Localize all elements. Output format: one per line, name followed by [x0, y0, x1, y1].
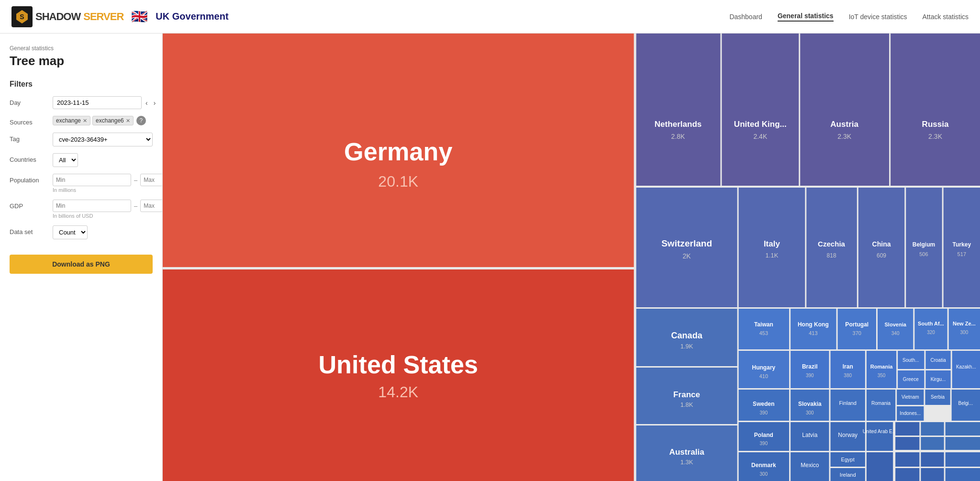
austria-tile[interactable]	[800, 34, 889, 186]
germany-value: 20.1K	[378, 173, 419, 190]
romania-value: 350	[878, 373, 886, 378]
logo-shadow-text: SHADOW	[35, 11, 80, 23]
population-filter-row: Population – In millions	[10, 174, 153, 193]
italy-label: Italy	[764, 239, 780, 248]
denmark-value: 300	[760, 471, 768, 477]
micro11-tile[interactable]	[895, 468, 919, 481]
uk-tile[interactable]	[722, 34, 799, 186]
gdp-min-input[interactable]	[53, 200, 131, 212]
sweden-label: Sweden	[753, 401, 775, 407]
micro3-tile[interactable]	[946, 422, 980, 436]
uk-label: United King...	[734, 120, 787, 129]
russia-tile[interactable]	[891, 34, 980, 186]
austria-label: Austria	[830, 120, 858, 129]
day-input[interactable]	[53, 96, 142, 109]
serbia-label: Serbia	[931, 394, 945, 400]
source-tag-exchange6: exchange6 ✕	[92, 116, 134, 125]
portugal-tile[interactable]	[838, 309, 876, 349]
micro1-tile[interactable]	[895, 422, 919, 436]
poland-value: 390	[760, 441, 768, 446]
iran-label: Iran	[843, 363, 853, 370]
tag-filter-row: Tag cve-2023-36439+	[10, 133, 153, 146]
gdp-control: – In billions of USD	[53, 200, 163, 219]
micro9-tile[interactable]	[921, 452, 944, 467]
countries-filter-row: Countries All	[10, 153, 153, 167]
micro12-tile[interactable]	[921, 468, 944, 481]
day-label: Day	[10, 96, 48, 106]
source-tag-exchange6-remove[interactable]: ✕	[126, 118, 130, 124]
nav-dashboard[interactable]: Dashboard	[729, 13, 762, 21]
newze-tile[interactable]	[949, 309, 980, 349]
hongkong-tile[interactable]	[791, 309, 836, 349]
portugal-label: Portugal	[845, 321, 869, 328]
population-max-input[interactable]	[140, 174, 163, 186]
taiwan-value: 453	[759, 330, 768, 336]
south2-label: South...	[902, 358, 919, 363]
russia-value: 2.3K	[928, 133, 943, 140]
belgium-label: Belgium	[913, 241, 935, 248]
taiwan-tile[interactable]	[739, 309, 789, 349]
southaf-tile[interactable]	[914, 309, 947, 349]
dataset-label: Data set	[10, 225, 48, 235]
dataset-select[interactable]: Count	[53, 225, 88, 239]
usa-value: 14.2K	[378, 383, 419, 401]
svg-text:S: S	[20, 13, 24, 21]
vietnam-label: Vietnam	[902, 394, 919, 400]
population-control: – In millions	[53, 174, 163, 193]
micro10-tile[interactable]	[946, 452, 980, 467]
gdp-hint: In billions of USD	[53, 213, 163, 219]
sources-filter-row: Sources exchange ✕ exchange6 ✕ ?	[10, 116, 153, 126]
source-tag-exchange-remove[interactable]: ✕	[83, 118, 87, 124]
slovenia-label: Slovenia	[884, 322, 906, 327]
nav-iot-statistics[interactable]: IoT device statistics	[849, 13, 907, 21]
czechia-value: 818	[826, 252, 836, 259]
micro7-tile[interactable]	[867, 452, 893, 481]
download-button[interactable]: Download as PNG	[10, 255, 153, 274]
population-min-input[interactable]	[53, 174, 131, 186]
source-tag-exchange: exchange ✕	[53, 116, 90, 125]
egypt-label: Egypt	[841, 457, 855, 462]
micro4-tile[interactable]	[895, 437, 919, 450]
gdp-max-input[interactable]	[140, 200, 163, 212]
hungary-value: 410	[759, 373, 768, 379]
italy-value: 1.1K	[766, 252, 779, 259]
canada-label: Canada	[671, 331, 702, 340]
australia-label: Australia	[669, 447, 705, 457]
uae-label: United Arab E...	[863, 429, 896, 434]
day-next-button[interactable]: ›	[152, 98, 158, 108]
dataset-control: Count	[53, 225, 153, 239]
main-nav: Dashboard General statistics IoT device …	[729, 12, 969, 22]
netherlands-tile[interactable]	[636, 34, 721, 186]
sources-label: Sources	[10, 116, 48, 126]
main-layout: General statistics Tree map Filters Day …	[0, 34, 980, 481]
kazakh-tile[interactable]	[952, 351, 980, 388]
nav-general-statistics[interactable]: General statistics	[778, 12, 834, 22]
micro8-tile[interactable]	[895, 452, 919, 467]
czechia-label: Czechia	[818, 240, 846, 248]
romania-tile[interactable]	[867, 351, 896, 388]
population-range-sep: –	[134, 177, 137, 184]
france-value: 1.8K	[680, 401, 693, 408]
slovakia-value: 300	[806, 410, 814, 415]
dataset-filter-row: Data set Count	[10, 225, 153, 239]
page-title: Tree map	[10, 54, 153, 68]
countries-select[interactable]: All	[53, 153, 78, 167]
population-label: Population	[10, 174, 48, 184]
hongkong-label: Hong Kong	[798, 321, 829, 328]
slovenia-tile[interactable]	[878, 309, 913, 349]
nav-attack-statistics[interactable]: Attack statistics	[923, 13, 969, 21]
poland-label: Poland	[754, 432, 773, 438]
taiwan-label: Taiwan	[754, 321, 773, 328]
uae-tile[interactable]	[867, 422, 893, 451]
micro5-tile[interactable]	[921, 437, 944, 450]
day-prev-button[interactable]: ‹	[144, 98, 150, 108]
micro13-tile[interactable]	[946, 468, 980, 481]
micro6-tile[interactable]	[946, 437, 980, 450]
belgium-value: 506	[919, 251, 928, 257]
sources-help-button[interactable]: ?	[136, 116, 146, 125]
france-label: France	[673, 390, 700, 399]
gdp-filter-row: GDP – In billions of USD	[10, 200, 153, 219]
micro2-tile[interactable]	[921, 422, 944, 436]
tag-select[interactable]: cve-2023-36439+	[53, 133, 153, 146]
romania2-label: Romania	[871, 401, 891, 406]
